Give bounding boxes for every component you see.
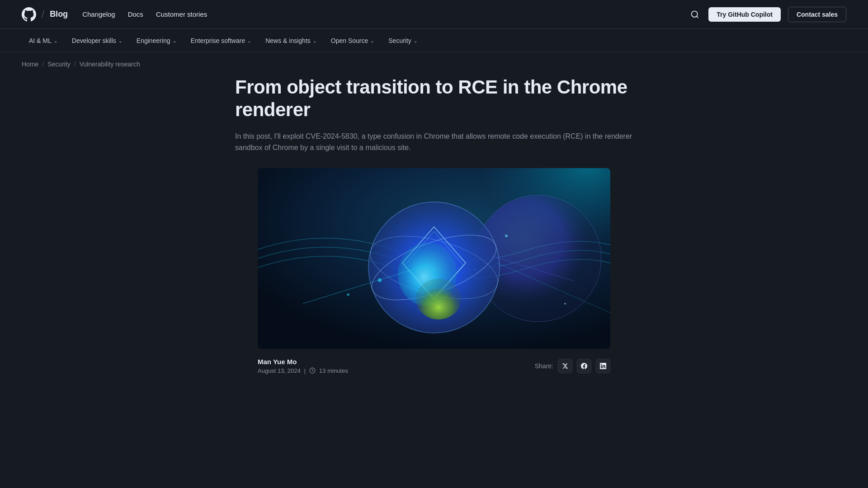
- page-wrapper: / Blog Changelog Docs Customer stories T…: [0, 0, 868, 488]
- breadcrumb-sep-1: /: [42, 61, 44, 68]
- try-copilot-button[interactable]: Try GitHub Copilot: [708, 7, 781, 22]
- open-source-nav[interactable]: Open Source ⌄: [324, 29, 382, 52]
- author-name: Man Yue Mo: [258, 358, 348, 366]
- svg-line-1: [697, 16, 698, 18]
- engineering-chevron-icon: ⌄: [173, 38, 176, 43]
- hero-image: [258, 168, 610, 349]
- top-nav-links: Changelog Docs Customer stories: [82, 10, 674, 18]
- author-meta: August 13, 2024 | 13 minutes: [258, 367, 348, 374]
- svg-point-19: [505, 235, 508, 237]
- engineering-nav[interactable]: Engineering ⌄: [129, 29, 184, 52]
- author-date: August 13, 2024: [258, 367, 301, 374]
- breadcrumb-current: Vulnerability research: [80, 61, 140, 68]
- ai-ml-chevron-icon: ⌄: [54, 38, 57, 43]
- news-nav[interactable]: News & insights ⌄: [258, 29, 324, 52]
- article-description: In this post, I'll exploit CVE-2024-5830…: [235, 131, 633, 154]
- clock-icon: [309, 367, 316, 374]
- top-nav: / Blog Changelog Docs Customer stories T…: [0, 0, 868, 29]
- logo-link[interactable]: / Blog: [22, 7, 68, 22]
- breadcrumb: Home / Security / Vulnerability research: [0, 52, 868, 76]
- author-read-time: 13 minutes: [319, 367, 348, 374]
- content-area: From object transition to RCE in the Chr…: [163, 76, 705, 383]
- breadcrumb-security[interactable]: Security: [47, 61, 71, 68]
- github-logo-icon: [22, 7, 36, 22]
- docs-link[interactable]: Docs: [128, 10, 143, 18]
- news-chevron-icon: ⌄: [313, 38, 316, 43]
- svg-point-0: [692, 11, 698, 17]
- security-nav[interactable]: Security ⌄: [381, 29, 425, 52]
- hero-image-container: [258, 168, 610, 349]
- author-bar: Man Yue Mo August 13, 2024 | 13 minutes …: [258, 349, 610, 383]
- second-nav: AI & ML ⌄ Developer skills ⌄ Engineering…: [0, 29, 868, 52]
- search-button[interactable]: [689, 8, 701, 21]
- enterprise-chevron-icon: ⌄: [247, 38, 251, 43]
- hero-illustration: [258, 168, 610, 349]
- breadcrumb-home[interactable]: Home: [22, 61, 38, 68]
- contact-sales-button[interactable]: Contact sales: [788, 7, 846, 22]
- enterprise-nav[interactable]: Enterprise software ⌄: [184, 29, 259, 52]
- customer-stories-link[interactable]: Customer stories: [156, 10, 207, 18]
- ai-ml-nav[interactable]: AI & ML ⌄: [22, 29, 65, 52]
- author-info: Man Yue Mo August 13, 2024 | 13 minutes: [258, 358, 348, 374]
- twitter-share-button[interactable]: [558, 359, 572, 373]
- logo-separator: /: [42, 9, 44, 20]
- facebook-icon: [581, 363, 587, 369]
- linkedin-share-button[interactable]: [596, 359, 610, 373]
- security-chevron-icon: ⌄: [414, 38, 417, 43]
- svg-point-15: [378, 278, 382, 282]
- dev-skills-chevron-icon: ⌄: [118, 38, 122, 43]
- open-source-chevron-icon: ⌄: [370, 38, 374, 43]
- facebook-share-button[interactable]: [577, 359, 591, 373]
- changelog-link[interactable]: Changelog: [82, 10, 115, 18]
- twitter-x-icon: [562, 363, 568, 369]
- svg-point-13: [416, 279, 461, 319]
- svg-point-20: [564, 303, 566, 305]
- author-meta-separator: |: [304, 367, 306, 374]
- blog-title: Blog: [50, 9, 68, 19]
- linkedin-icon: [600, 363, 606, 369]
- share-label: Share:: [535, 362, 553, 370]
- top-nav-actions: Try GitHub Copilot Contact sales: [689, 7, 846, 22]
- svg-point-18: [347, 293, 349, 296]
- breadcrumb-sep-2: /: [74, 61, 76, 68]
- search-icon: [690, 10, 699, 19]
- article-title: From object transition to RCE in the Chr…: [235, 76, 633, 122]
- share-section: Share:: [535, 359, 610, 373]
- dev-skills-nav[interactable]: Developer skills ⌄: [65, 29, 129, 52]
